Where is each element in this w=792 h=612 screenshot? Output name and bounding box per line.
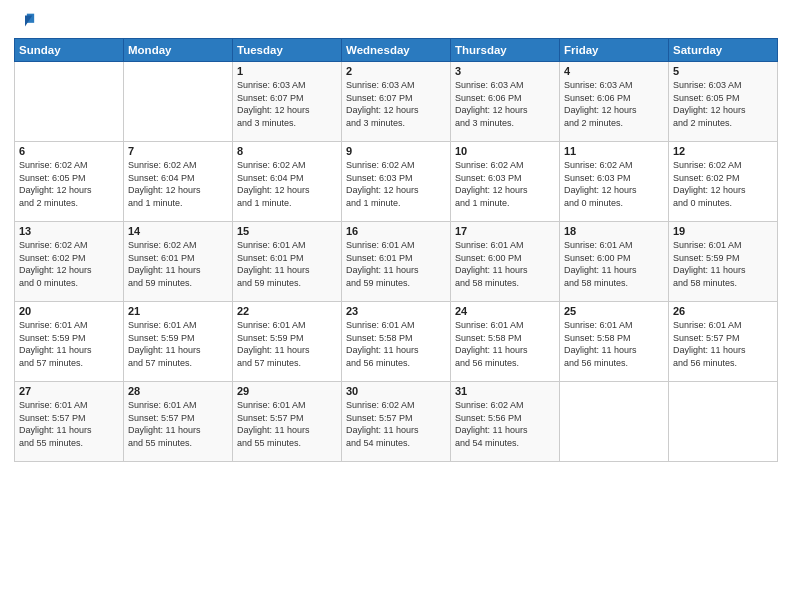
day-number: 12 bbox=[673, 145, 773, 157]
calendar-cell: 10Sunrise: 6:02 AM Sunset: 6:03 PM Dayli… bbox=[451, 142, 560, 222]
cell-content: Sunrise: 6:02 AM Sunset: 6:02 PM Dayligh… bbox=[673, 159, 773, 209]
day-header-sunday: Sunday bbox=[15, 39, 124, 62]
calendar-cell: 13Sunrise: 6:02 AM Sunset: 6:02 PM Dayli… bbox=[15, 222, 124, 302]
cell-content: Sunrise: 6:01 AM Sunset: 6:00 PM Dayligh… bbox=[564, 239, 664, 289]
calendar-cell: 14Sunrise: 6:02 AM Sunset: 6:01 PM Dayli… bbox=[124, 222, 233, 302]
day-number: 7 bbox=[128, 145, 228, 157]
day-number: 18 bbox=[564, 225, 664, 237]
cell-content: Sunrise: 6:01 AM Sunset: 5:57 PM Dayligh… bbox=[237, 399, 337, 449]
day-number: 25 bbox=[564, 305, 664, 317]
calendar-cell: 6Sunrise: 6:02 AM Sunset: 6:05 PM Daylig… bbox=[15, 142, 124, 222]
cell-content: Sunrise: 6:01 AM Sunset: 5:58 PM Dayligh… bbox=[455, 319, 555, 369]
day-number: 1 bbox=[237, 65, 337, 77]
calendar-cell: 16Sunrise: 6:01 AM Sunset: 6:01 PM Dayli… bbox=[342, 222, 451, 302]
calendar-cell: 20Sunrise: 6:01 AM Sunset: 5:59 PM Dayli… bbox=[15, 302, 124, 382]
day-number: 27 bbox=[19, 385, 119, 397]
calendar-cell bbox=[124, 62, 233, 142]
day-number: 3 bbox=[455, 65, 555, 77]
day-number: 2 bbox=[346, 65, 446, 77]
cell-content: Sunrise: 6:02 AM Sunset: 5:56 PM Dayligh… bbox=[455, 399, 555, 449]
day-number: 24 bbox=[455, 305, 555, 317]
day-number: 4 bbox=[564, 65, 664, 77]
calendar-cell: 26Sunrise: 6:01 AM Sunset: 5:57 PM Dayli… bbox=[669, 302, 778, 382]
cell-content: Sunrise: 6:01 AM Sunset: 6:01 PM Dayligh… bbox=[346, 239, 446, 289]
cell-content: Sunrise: 6:01 AM Sunset: 5:59 PM Dayligh… bbox=[128, 319, 228, 369]
day-number: 31 bbox=[455, 385, 555, 397]
cell-content: Sunrise: 6:03 AM Sunset: 6:07 PM Dayligh… bbox=[237, 79, 337, 129]
calendar-cell: 21Sunrise: 6:01 AM Sunset: 5:59 PM Dayli… bbox=[124, 302, 233, 382]
cell-content: Sunrise: 6:02 AM Sunset: 6:05 PM Dayligh… bbox=[19, 159, 119, 209]
day-header-friday: Friday bbox=[560, 39, 669, 62]
week-row-3: 13Sunrise: 6:02 AM Sunset: 6:02 PM Dayli… bbox=[15, 222, 778, 302]
calendar-cell bbox=[15, 62, 124, 142]
day-header-tuesday: Tuesday bbox=[233, 39, 342, 62]
cell-content: Sunrise: 6:01 AM Sunset: 5:57 PM Dayligh… bbox=[128, 399, 228, 449]
cell-content: Sunrise: 6:02 AM Sunset: 6:03 PM Dayligh… bbox=[564, 159, 664, 209]
day-number: 13 bbox=[19, 225, 119, 237]
calendar-cell: 12Sunrise: 6:02 AM Sunset: 6:02 PM Dayli… bbox=[669, 142, 778, 222]
calendar-cell: 23Sunrise: 6:01 AM Sunset: 5:58 PM Dayli… bbox=[342, 302, 451, 382]
calendar-cell: 27Sunrise: 6:01 AM Sunset: 5:57 PM Dayli… bbox=[15, 382, 124, 462]
cell-content: Sunrise: 6:02 AM Sunset: 6:03 PM Dayligh… bbox=[346, 159, 446, 209]
cell-content: Sunrise: 6:01 AM Sunset: 5:59 PM Dayligh… bbox=[19, 319, 119, 369]
day-number: 16 bbox=[346, 225, 446, 237]
logo bbox=[14, 10, 40, 32]
day-header-wednesday: Wednesday bbox=[342, 39, 451, 62]
calendar-cell: 1Sunrise: 6:03 AM Sunset: 6:07 PM Daylig… bbox=[233, 62, 342, 142]
header-row bbox=[14, 10, 778, 32]
calendar-cell: 15Sunrise: 6:01 AM Sunset: 6:01 PM Dayli… bbox=[233, 222, 342, 302]
day-number: 26 bbox=[673, 305, 773, 317]
day-header-monday: Monday bbox=[124, 39, 233, 62]
calendar-cell: 29Sunrise: 6:01 AM Sunset: 5:57 PM Dayli… bbox=[233, 382, 342, 462]
calendar-cell: 11Sunrise: 6:02 AM Sunset: 6:03 PM Dayli… bbox=[560, 142, 669, 222]
calendar-cell: 5Sunrise: 6:03 AM Sunset: 6:05 PM Daylig… bbox=[669, 62, 778, 142]
cell-content: Sunrise: 6:02 AM Sunset: 6:04 PM Dayligh… bbox=[128, 159, 228, 209]
cell-content: Sunrise: 6:01 AM Sunset: 5:59 PM Dayligh… bbox=[673, 239, 773, 289]
calendar-cell bbox=[669, 382, 778, 462]
week-row-5: 27Sunrise: 6:01 AM Sunset: 5:57 PM Dayli… bbox=[15, 382, 778, 462]
day-number: 11 bbox=[564, 145, 664, 157]
day-number: 21 bbox=[128, 305, 228, 317]
day-number: 29 bbox=[237, 385, 337, 397]
day-number: 28 bbox=[128, 385, 228, 397]
cell-content: Sunrise: 6:02 AM Sunset: 5:57 PM Dayligh… bbox=[346, 399, 446, 449]
calendar-cell: 28Sunrise: 6:01 AM Sunset: 5:57 PM Dayli… bbox=[124, 382, 233, 462]
week-row-2: 6Sunrise: 6:02 AM Sunset: 6:05 PM Daylig… bbox=[15, 142, 778, 222]
page-container: SundayMondayTuesdayWednesdayThursdayFrid… bbox=[0, 0, 792, 468]
cell-content: Sunrise: 6:01 AM Sunset: 6:00 PM Dayligh… bbox=[455, 239, 555, 289]
logo-icon bbox=[14, 10, 36, 32]
cell-content: Sunrise: 6:03 AM Sunset: 6:07 PM Dayligh… bbox=[346, 79, 446, 129]
day-number: 5 bbox=[673, 65, 773, 77]
calendar-cell: 17Sunrise: 6:01 AM Sunset: 6:00 PM Dayli… bbox=[451, 222, 560, 302]
calendar-cell: 2Sunrise: 6:03 AM Sunset: 6:07 PM Daylig… bbox=[342, 62, 451, 142]
calendar-cell: 19Sunrise: 6:01 AM Sunset: 5:59 PM Dayli… bbox=[669, 222, 778, 302]
header-row-days: SundayMondayTuesdayWednesdayThursdayFrid… bbox=[15, 39, 778, 62]
cell-content: Sunrise: 6:02 AM Sunset: 6:04 PM Dayligh… bbox=[237, 159, 337, 209]
day-number: 14 bbox=[128, 225, 228, 237]
week-row-4: 20Sunrise: 6:01 AM Sunset: 5:59 PM Dayli… bbox=[15, 302, 778, 382]
calendar-cell: 9Sunrise: 6:02 AM Sunset: 6:03 PM Daylig… bbox=[342, 142, 451, 222]
cell-content: Sunrise: 6:01 AM Sunset: 5:58 PM Dayligh… bbox=[564, 319, 664, 369]
calendar-cell: 24Sunrise: 6:01 AM Sunset: 5:58 PM Dayli… bbox=[451, 302, 560, 382]
day-number: 30 bbox=[346, 385, 446, 397]
cell-content: Sunrise: 6:01 AM Sunset: 5:57 PM Dayligh… bbox=[19, 399, 119, 449]
day-number: 23 bbox=[346, 305, 446, 317]
day-number: 22 bbox=[237, 305, 337, 317]
calendar-cell: 31Sunrise: 6:02 AM Sunset: 5:56 PM Dayli… bbox=[451, 382, 560, 462]
day-number: 15 bbox=[237, 225, 337, 237]
day-header-thursday: Thursday bbox=[451, 39, 560, 62]
day-number: 6 bbox=[19, 145, 119, 157]
cell-content: Sunrise: 6:01 AM Sunset: 5:58 PM Dayligh… bbox=[346, 319, 446, 369]
cell-content: Sunrise: 6:01 AM Sunset: 6:01 PM Dayligh… bbox=[237, 239, 337, 289]
cell-content: Sunrise: 6:01 AM Sunset: 5:57 PM Dayligh… bbox=[673, 319, 773, 369]
day-number: 8 bbox=[237, 145, 337, 157]
calendar-cell: 7Sunrise: 6:02 AM Sunset: 6:04 PM Daylig… bbox=[124, 142, 233, 222]
calendar-table: SundayMondayTuesdayWednesdayThursdayFrid… bbox=[14, 38, 778, 462]
cell-content: Sunrise: 6:03 AM Sunset: 6:06 PM Dayligh… bbox=[564, 79, 664, 129]
day-number: 19 bbox=[673, 225, 773, 237]
cell-content: Sunrise: 6:03 AM Sunset: 6:05 PM Dayligh… bbox=[673, 79, 773, 129]
day-number: 20 bbox=[19, 305, 119, 317]
calendar-cell: 4Sunrise: 6:03 AM Sunset: 6:06 PM Daylig… bbox=[560, 62, 669, 142]
day-number: 9 bbox=[346, 145, 446, 157]
day-header-saturday: Saturday bbox=[669, 39, 778, 62]
